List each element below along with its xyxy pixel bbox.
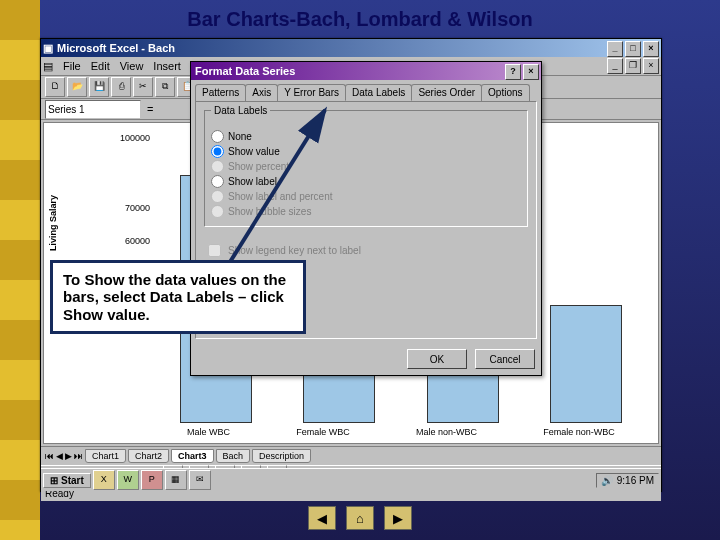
nav-home-button[interactable]: ⌂ — [346, 506, 374, 530]
menu-insert[interactable]: Insert — [153, 60, 181, 72]
sheet-tab-chart1[interactable]: Chart1 — [85, 449, 126, 463]
new-icon[interactable]: 🗋 — [45, 77, 65, 97]
windows-logo-icon: ⊞ — [50, 475, 58, 486]
excel-app-icon: ▣ — [43, 42, 53, 55]
slide-stage: Bar Charts-Bach, Lombard & Wilson ▣ Micr… — [0, 0, 720, 540]
group-title: Data Labels — [211, 105, 270, 116]
sheet-tab-chart3[interactable]: Chart3 — [171, 449, 214, 463]
windows-taskbar: ⊞ Start X W P ▦ ✉ 🔊 9:16 PM — [41, 468, 661, 491]
name-box-input[interactable] — [45, 100, 141, 119]
slide-nav: ◀ ⌂ ▶ — [0, 506, 720, 530]
radio-show-label-percent[interactable]: Show label and percent — [211, 190, 521, 203]
excel-titlebar: ▣ Microsoft Excel - Bach _ □ × — [41, 39, 661, 57]
ytick-0: 100000 — [120, 133, 150, 143]
tab-nav-next-icon[interactable]: ▶ — [65, 451, 72, 461]
menu-edit[interactable]: Edit — [91, 60, 110, 72]
legend-key-label: Show legend key next to label — [228, 245, 361, 256]
tab-y-error-bars[interactable]: Y Error Bars — [277, 84, 346, 101]
doc-restore-button[interactable]: ❐ — [625, 58, 641, 74]
decorative-stripe — [0, 0, 40, 540]
menu-view[interactable]: View — [120, 60, 144, 72]
radio-show-bubble[interactable]: Show bubble sizes — [211, 205, 521, 218]
radio-show-value-label: Show value — [228, 146, 280, 157]
xcat-0: Male WBC — [187, 427, 230, 437]
xcat-3: Female non-WBC — [543, 427, 615, 437]
tab-patterns[interactable]: Patterns — [195, 84, 246, 101]
tab-nav-first-icon[interactable]: ⏮ — [45, 451, 54, 461]
radio-show-label-label: Show label — [228, 176, 277, 187]
system-tray: 🔊 9:16 PM — [596, 473, 659, 488]
slide-title: Bar Charts-Bach, Lombard & Wilson — [0, 8, 720, 31]
ok-button[interactable]: OK — [407, 349, 467, 369]
data-labels-group: Data Labels None Show value Show percent… — [204, 110, 528, 227]
radio-show-bubble-label: Show bubble sizes — [228, 206, 311, 217]
sheet-tab-description[interactable]: Description — [252, 449, 311, 463]
dialog-close-button[interactable]: × — [523, 64, 539, 80]
cut-icon[interactable]: ✂ — [133, 77, 153, 97]
tab-series-order[interactable]: Series Order — [411, 84, 482, 101]
nav-prev-icon: ◀ — [317, 511, 327, 526]
xcat-2: Male non-WBC — [416, 427, 477, 437]
save-icon[interactable]: 💾 — [89, 77, 109, 97]
dialog-help-button[interactable]: ? — [505, 64, 521, 80]
clock: 9:16 PM — [617, 475, 654, 486]
dialog-buttons: OK Cancel — [191, 343, 541, 375]
taskbar-item-4[interactable]: ▦ — [165, 470, 187, 490]
formula-separator: = — [147, 103, 153, 115]
radio-show-percent-label: Show percent — [228, 161, 289, 172]
cancel-button[interactable]: Cancel — [475, 349, 535, 369]
bar-3[interactable] — [550, 305, 622, 423]
radio-show-label-percent-label: Show label and percent — [228, 191, 333, 202]
start-label: Start — [61, 475, 84, 486]
radio-none[interactable]: None — [211, 130, 521, 143]
x-axis-labels: Male WBC Female WBC Male non-WBC Female … — [154, 427, 648, 437]
sheet-tabs: ⏮ ◀ ▶ ⏭ Chart1 Chart2 Chart3 Bach Descri… — [41, 446, 661, 465]
print-icon[interactable]: ⎙ — [111, 77, 131, 97]
open-icon[interactable]: 📂 — [67, 77, 87, 97]
doc-minimize-button[interactable]: _ — [607, 58, 623, 74]
nav-next-icon: ▶ — [393, 511, 403, 526]
tab-axis[interactable]: Axis — [245, 84, 278, 101]
menu-file[interactable]: File — [63, 60, 81, 72]
nav-prev-button[interactable]: ◀ — [308, 506, 336, 530]
tab-data-labels[interactable]: Data Labels — [345, 84, 412, 101]
minimize-button[interactable]: _ — [607, 41, 623, 57]
dialog-title-text: Format Data Series — [195, 65, 295, 77]
sheet-tab-chart2[interactable]: Chart2 — [128, 449, 169, 463]
doc-icon: ▤ — [43, 60, 53, 73]
tab-nav-last-icon[interactable]: ⏭ — [74, 451, 83, 461]
taskbar-item-1[interactable]: X — [93, 470, 115, 490]
instruction-callout: To Show the data values on the bars, sel… — [50, 260, 306, 334]
xcat-1: Female WBC — [296, 427, 350, 437]
start-button[interactable]: ⊞ Start — [43, 473, 91, 488]
copy-icon[interactable]: ⧉ — [155, 77, 175, 97]
nav-home-icon: ⌂ — [356, 511, 364, 526]
excel-title-text: Microsoft Excel - Bach — [57, 42, 175, 54]
doc-close-button[interactable]: × — [643, 58, 659, 74]
tab-nav-prev-icon[interactable]: ◀ — [56, 451, 63, 461]
ytick-1: 70000 — [125, 203, 150, 213]
tab-options[interactable]: Options — [481, 84, 529, 101]
maximize-button[interactable]: □ — [625, 41, 641, 57]
nav-next-button[interactable]: ▶ — [384, 506, 412, 530]
legend-key-checkbox[interactable]: Show legend key next to label — [204, 241, 528, 260]
tray-icon[interactable]: 🔊 — [601, 475, 613, 486]
taskbar-item-5[interactable]: ✉ — [189, 470, 211, 490]
taskbar-item-2[interactable]: W — [117, 470, 139, 490]
radio-show-label[interactable]: Show label — [211, 175, 521, 188]
dialog-titlebar: Format Data Series ? × — [191, 62, 541, 80]
ytick-2: 60000 — [125, 236, 150, 246]
close-button[interactable]: × — [643, 41, 659, 57]
y-axis-label: Living Salary — [48, 195, 58, 251]
taskbar-item-3[interactable]: P — [141, 470, 163, 490]
dialog-tabs: Patterns Axis Y Error Bars Data Labels S… — [191, 80, 541, 101]
radio-show-value[interactable]: Show value — [211, 145, 521, 158]
sheet-tab-bach[interactable]: Bach — [216, 449, 251, 463]
radio-none-label: None — [228, 131, 252, 142]
radio-show-percent[interactable]: Show percent — [211, 160, 521, 173]
